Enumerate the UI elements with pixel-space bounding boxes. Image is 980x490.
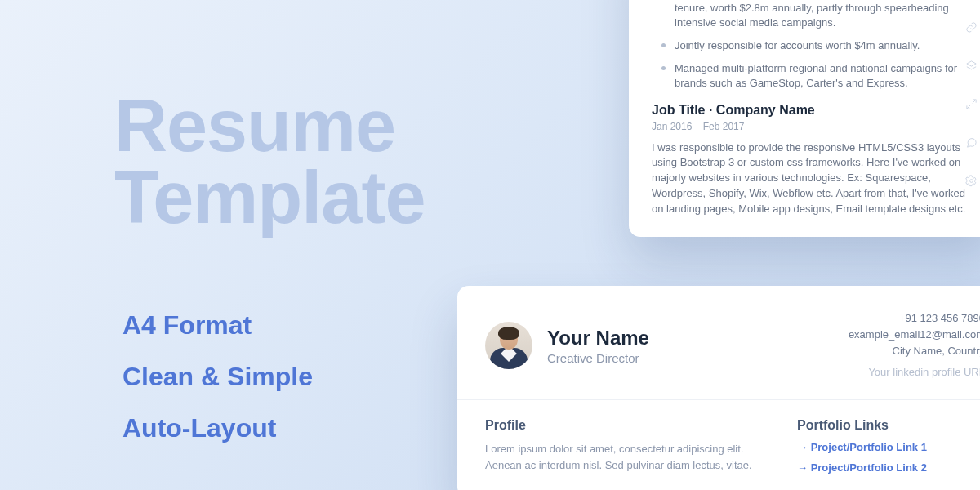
link-icon: [965, 21, 980, 37]
contact-linkedin: Your linkedin profile URL: [849, 364, 980, 381]
resume-preview-bottom: Your Name Creative Director +91 123 456 …: [457, 286, 980, 490]
resume-role: Creative Director: [547, 351, 834, 365]
layers-icon: [965, 60, 980, 75]
experience-bullet: Jointly responsible for accounts worth $…: [665, 38, 973, 53]
resume-name: Your Name: [547, 327, 834, 350]
svg-point-3: [970, 180, 973, 183]
feature-list: A4 Format Clean & Simple Auto-Layout: [122, 310, 313, 443]
hero-title-line-1: Resume: [114, 90, 425, 162]
hero-title-line-2: Template: [114, 162, 425, 234]
portfolio-section: Portfolio Links Project/Portfolio Link 1…: [797, 418, 980, 474]
contact-phone: +91 123 456 7890: [849, 310, 980, 327]
portfolio-link[interactable]: Project/Portfolio Link 2: [797, 461, 980, 474]
svg-line-1: [973, 100, 976, 103]
experience-bullet-list: Helped the creative director secure 35 n…: [652, 0, 973, 91]
side-toolbar: [965, 21, 980, 190]
contact-block: +91 123 456 7890 example_email12@mail.co…: [849, 310, 980, 381]
portfolio-heading: Portfolio Links: [797, 418, 980, 433]
experience-bullet: Managed multi-platform regional and nati…: [665, 61, 973, 91]
avatar: [485, 322, 532, 369]
job-heading: Job Title · Company Name: [652, 103, 973, 118]
experience-bullet: Helped the creative director secure 35 n…: [665, 0, 973, 30]
feature-item: A4 Format: [122, 310, 313, 341]
chat-icon: [965, 136, 980, 152]
feature-item: Auto-Layout: [122, 413, 313, 443]
settings-icon: [965, 175, 980, 190]
profile-text: Lorem ipsum dolor sit amet, consectetur …: [485, 441, 764, 474]
svg-marker-0: [967, 61, 976, 66]
resume-header: Your Name Creative Director +91 123 456 …: [457, 286, 980, 400]
expand-icon: [965, 98, 980, 114]
profile-section: Profile Lorem ipsum dolor sit amet, cons…: [485, 418, 764, 474]
contact-location: City Name, Country: [849, 343, 980, 359]
job-dates: Jan 2016 – Feb 2017: [652, 121, 973, 132]
hero-title: Resume Template: [114, 90, 425, 234]
svg-line-2: [967, 105, 970, 109]
profile-heading: Profile: [485, 418, 764, 433]
portfolio-link[interactable]: Project/Portfolio Link 1: [797, 441, 980, 453]
resume-preview-top: Alongside the creative director, managed…: [629, 0, 980, 237]
contact-email: example_email12@mail.com: [849, 327, 980, 343]
job-description: I was responsible to provide the respons…: [652, 140, 973, 217]
feature-item: Clean & Simple: [122, 362, 313, 392]
